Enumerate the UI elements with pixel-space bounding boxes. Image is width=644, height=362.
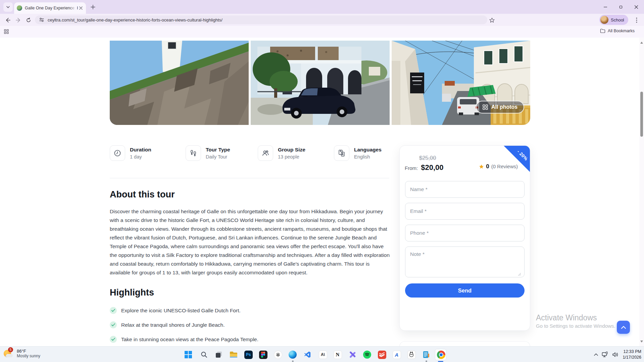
forward-icon[interactable] xyxy=(14,16,23,25)
scrollbar-down-arrow[interactable] xyxy=(640,341,643,343)
file-explorer-icon[interactable] xyxy=(229,350,238,359)
tray-time: 12:33 PM xyxy=(623,349,641,354)
reviews-count: (0 Reviews) xyxy=(491,164,518,169)
figma-icon[interactable] xyxy=(258,350,268,359)
phone-input[interactable] xyxy=(405,225,525,241)
weather-badge: 5 xyxy=(8,347,13,352)
photos-grid-icon xyxy=(483,104,488,110)
search-icon[interactable] xyxy=(199,350,209,359)
volume-icon[interactable] xyxy=(612,352,619,357)
scrollbar-thumb[interactable] xyxy=(640,92,643,137)
tray-date: 1/17/2026 xyxy=(623,355,641,360)
site-info-icon[interactable] xyxy=(39,17,44,22)
folder-icon xyxy=(600,29,605,33)
all-photos-label: All photos xyxy=(491,104,517,110)
tab-search-chevron-icon[interactable] xyxy=(3,2,13,12)
send-button[interactable]: Send xyxy=(405,283,525,298)
window-close-button[interactable] xyxy=(629,0,644,14)
site-favicon xyxy=(17,5,22,11)
weather-condition: Mostly sunny xyxy=(17,354,40,358)
back-icon[interactable] xyxy=(3,16,12,25)
notepad-app-icon[interactable] xyxy=(422,350,431,359)
tab-close-icon[interactable] xyxy=(79,6,83,10)
rating-value: 0 xyxy=(486,163,489,170)
profile-chip[interactable]: School xyxy=(599,15,628,25)
tab-strip: Galle One Day Experience: Histo xyxy=(0,0,644,14)
start-button[interactable] xyxy=(184,350,193,359)
url-bar[interactable]: ceyltra.com/st_tour/galle-one-day-experi… xyxy=(35,15,487,24)
chevron-up-icon xyxy=(621,326,626,329)
window-maximize-button[interactable] xyxy=(613,0,629,14)
activate-windows-watermark: Activate Windows xyxy=(536,313,597,322)
info-duration: Duration1 day xyxy=(110,145,151,161)
tab-title-fade xyxy=(70,5,77,11)
next-card-edge xyxy=(399,341,530,346)
browser-tab[interactable]: Galle One Day Experience: Histo xyxy=(14,2,86,14)
reload-icon[interactable] xyxy=(24,16,33,25)
notepad-running-dot xyxy=(426,361,427,362)
a-star-app-icon[interactable]: A xyxy=(392,350,401,359)
todoist-icon[interactable] xyxy=(377,350,387,359)
name-input[interactable] xyxy=(405,181,525,198)
apps-grid-icon[interactable] xyxy=(4,29,9,34)
page-scrollbar[interactable] xyxy=(639,38,644,346)
old-price: $25,00 xyxy=(419,155,436,161)
gallery-photo-fort-building-car[interactable] xyxy=(251,41,390,125)
browser-menu-icon[interactable] xyxy=(632,16,641,25)
scrollbar-up-arrow[interactable] xyxy=(640,42,643,44)
network-icon[interactable] xyxy=(602,352,608,358)
all-bookmarks-label: All Bookmarks xyxy=(608,29,635,33)
check-icon xyxy=(110,321,117,328)
tray-chevron-up-icon[interactable] xyxy=(594,353,598,356)
claude-icon[interactable]: A\ xyxy=(318,350,328,359)
all-bookmarks-button[interactable]: All Bookmarks xyxy=(600,29,635,33)
spotify-icon[interactable] xyxy=(362,350,372,359)
footprints-icon xyxy=(186,145,201,161)
chrome-icon[interactable] xyxy=(436,350,446,359)
bookmarks-bar: All Bookmarks xyxy=(0,26,644,38)
rating-summary: 0 (0 Reviews) xyxy=(479,163,518,170)
page-content: All photos Duration1 day Tour TypeDaily … xyxy=(0,38,644,346)
activate-windows-subtext: Go to Settings to activate Windows. xyxy=(536,323,615,329)
ollama-llama-icon[interactable] xyxy=(407,350,416,359)
scroll-to-top-button[interactable] xyxy=(617,321,630,334)
weather-temp: 86°F xyxy=(17,349,40,354)
chatgpt-icon[interactable] xyxy=(273,350,283,359)
url-text: ceyltra.com/st_tour/galle-one-day-experi… xyxy=(48,17,222,22)
check-icon xyxy=(110,307,117,314)
highlight-item: Explore the iconic UNESCO-listed Galle D… xyxy=(110,307,241,314)
from-label: From: xyxy=(405,165,418,171)
bookmark-star-icon[interactable] xyxy=(488,16,496,25)
weather-widget[interactable]: 5 86°F Mostly sunny xyxy=(3,348,40,359)
about-title: About this tour xyxy=(110,189,175,200)
email-input[interactable] xyxy=(405,203,525,220)
check-icon xyxy=(110,336,117,343)
clock-widget[interactable]: 12:33 PM 1/17/2026 xyxy=(623,349,641,360)
about-body: Discover the charming coastal heritage o… xyxy=(110,207,391,277)
highlight-item: Take in stunning ocean views at the Peac… xyxy=(110,336,258,343)
info-group-size: Group Size13 people xyxy=(258,145,305,161)
note-textarea[interactable] xyxy=(405,246,525,277)
purple-x-app-icon[interactable] xyxy=(348,350,357,359)
all-photos-button[interactable]: All photos xyxy=(476,101,524,114)
textarea-resize-handle[interactable] xyxy=(518,273,521,276)
star-icon xyxy=(479,164,484,169)
notion-icon[interactable]: N xyxy=(333,350,342,359)
info-languages: LanguagesEnglish xyxy=(334,145,382,161)
photoshop-icon[interactable]: Ps xyxy=(244,350,253,359)
translate-icon xyxy=(334,145,349,161)
task-view-icon[interactable] xyxy=(214,350,224,359)
edge-running-dot xyxy=(292,361,294,362)
booking-card: - 20% $25,00 From: $20,00 0 (0 Reviews) … xyxy=(399,145,530,331)
edge-icon[interactable] xyxy=(288,350,297,359)
weather-icon: 5 xyxy=(3,348,14,359)
profile-name: School xyxy=(611,17,624,22)
highlights-title: Highlights xyxy=(110,287,154,298)
windows-taskbar: 5 86°F Mostly sunny Ps A\ N xyxy=(0,346,644,362)
window-minimize-button[interactable] xyxy=(598,0,613,14)
vscode-icon[interactable] xyxy=(303,350,312,359)
gallery-photo-lighthouse-cliff[interactable] xyxy=(110,41,249,125)
section-divider xyxy=(110,178,389,178)
new-tab-icon[interactable] xyxy=(91,5,95,9)
profile-avatar xyxy=(600,16,608,24)
